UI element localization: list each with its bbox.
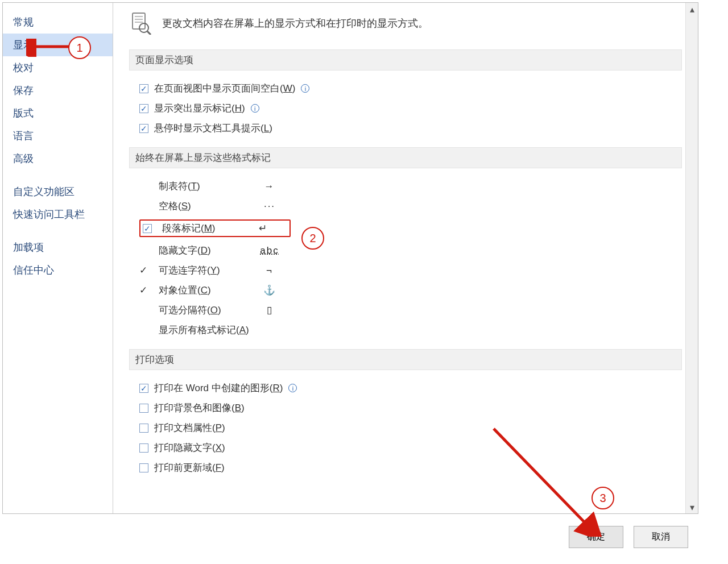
option-label: 打印文档属性(P) xyxy=(154,421,225,434)
option-label: 悬停时显示文档工具提示(L) xyxy=(154,122,272,135)
checkbox[interactable]: ✓ xyxy=(139,124,148,133)
format-mark-symbol: ⚓ xyxy=(255,284,284,296)
format-mark-option: 显示所有格式标记(A) xyxy=(139,320,682,340)
format-mark-symbol: abc xyxy=(255,245,284,256)
option-label: 可选连字符(Y) xyxy=(159,264,250,277)
callout-3: 3 xyxy=(592,487,614,509)
sidebar-item-3[interactable]: 保存 xyxy=(3,79,113,102)
print-option: 打印隐藏文字(X) xyxy=(139,438,682,458)
option-label: 打印背景色和图像(B) xyxy=(154,401,245,414)
section-page-display: 页面显示选项 xyxy=(129,49,682,70)
option-label: 对象位置(C) xyxy=(159,284,250,297)
option-label: 打印前更新域(F) xyxy=(154,461,225,474)
checkbox[interactable]: ✓ xyxy=(139,104,148,113)
callout-1: 1 xyxy=(68,36,91,59)
format-mark-option: ✓可选连字符(Y)¬ xyxy=(139,260,682,280)
scroll-down-icon[interactable]: ▾ xyxy=(686,501,698,513)
format-mark-option: ✓段落标记(M)↵ xyxy=(139,216,682,240)
option-label: 空格(S) xyxy=(159,200,250,213)
option-label: 可选分隔符(O) xyxy=(159,304,250,317)
option-label: 打印在 Word 中创建的图形(R) xyxy=(154,381,283,395)
checkbox[interactable] xyxy=(139,404,148,413)
option-label: 打印隐藏文字(X) xyxy=(154,441,225,454)
options-dialog: 常规显示校对保存版式语言高级自定义功能区快速访问工具栏加载项信任中心 ▴ ▾ 更… xyxy=(2,2,698,514)
print-option: 打印文档属性(P) xyxy=(139,418,682,438)
format-mark-symbol: ¬ xyxy=(255,265,284,276)
format-mark-symbol: → xyxy=(255,181,284,192)
format-mark-symbol: ▯ xyxy=(255,304,284,316)
info-icon: i xyxy=(251,104,259,113)
sidebar-item-4[interactable]: 版式 xyxy=(3,102,113,125)
section-print-options: 打印选项 xyxy=(129,349,682,370)
section-format-marks: 始终在屏幕上显示这些格式标记 xyxy=(129,147,682,168)
format-mark-option: ✓对象位置(C)⚓ xyxy=(139,280,682,300)
ok-button[interactable]: 确定 xyxy=(569,526,623,548)
cancel-button[interactable]: 取消 xyxy=(634,526,688,548)
format-mark-symbol: ↵ xyxy=(259,222,287,234)
sidebar-item-200[interactable]: 加载项 xyxy=(3,236,113,259)
svg-rect-0 xyxy=(133,13,145,29)
format-mark-option: 隐藏文字(D)abc xyxy=(139,240,682,260)
checkbox[interactable]: ✓ xyxy=(139,284,153,296)
info-icon: i xyxy=(288,384,297,392)
print-option: ✓打印在 Word 中创建的图形(R)i xyxy=(139,378,682,398)
checkbox[interactable]: ✓ xyxy=(139,264,153,276)
checkbox[interactable] xyxy=(139,463,148,472)
checkbox[interactable]: ✓ xyxy=(139,384,148,393)
vertical-scrollbar[interactable]: ▴ ▾ xyxy=(685,3,698,513)
content-pane: ▴ ▾ 更改文档内容在屏幕上的显示方式和在打印时的显示方式。 页面显示选项 ✓在… xyxy=(113,3,698,513)
sidebar-item-101[interactable]: 快速访问工具栏 xyxy=(3,203,113,226)
checkbox[interactable] xyxy=(139,424,148,433)
sidebar-item-6[interactable]: 高级 xyxy=(3,147,113,170)
page-display-option: ✓在页面视图中显示页面间空白(W)i xyxy=(139,78,682,98)
page-display-option: ✓悬停时显示文档工具提示(L) xyxy=(139,118,682,138)
dialog-buttons: 确定 取消 xyxy=(569,526,688,548)
checkbox[interactable]: ✓ xyxy=(139,84,148,93)
option-label: 在页面视图中显示页面间空白(W) xyxy=(154,82,295,95)
sidebar-item-5[interactable]: 语言 xyxy=(3,125,113,147)
option-label: 隐藏文字(D) xyxy=(159,244,250,257)
option-label: 制表符(T) xyxy=(159,180,250,193)
sidebar-item-1[interactable]: 显示 xyxy=(3,34,113,56)
print-option: 打印前更新域(F) xyxy=(139,458,682,478)
option-label: 段落标记(M) xyxy=(162,222,253,235)
sidebar-item-2[interactable]: 校对 xyxy=(3,56,113,79)
header-description: 更改文档内容在屏幕上的显示方式和在打印时的显示方式。 xyxy=(162,16,428,30)
page-display-option: ✓显示突出显示标记(H)i xyxy=(139,98,682,118)
sidebar-item-100[interactable]: 自定义功能区 xyxy=(3,180,113,203)
svg-line-5 xyxy=(147,31,151,35)
option-label: 显示突出显示标记(H) xyxy=(154,102,245,115)
info-icon: i xyxy=(301,84,309,93)
format-mark-option: 可选分隔符(O)▯ xyxy=(139,300,682,320)
sidebar: 常规显示校对保存版式语言高级自定义功能区快速访问工具栏加载项信任中心 xyxy=(3,3,113,513)
display-options-icon xyxy=(129,12,152,35)
scroll-up-icon[interactable]: ▴ xyxy=(686,3,698,15)
sidebar-item-0[interactable]: 常规 xyxy=(3,11,113,34)
format-mark-option: 空格(S)··· xyxy=(139,196,682,216)
format-mark-symbol: ··· xyxy=(255,201,284,212)
sidebar-item-201[interactable]: 信任中心 xyxy=(3,259,113,281)
callout-2: 2 xyxy=(301,227,324,250)
format-mark-option: 制表符(T)→ xyxy=(139,176,682,196)
print-option: 打印背景色和图像(B) xyxy=(139,398,682,418)
checkbox[interactable] xyxy=(139,443,148,453)
checkbox[interactable]: ✓ xyxy=(143,224,152,233)
option-label: 显示所有格式标记(A) xyxy=(159,324,250,337)
